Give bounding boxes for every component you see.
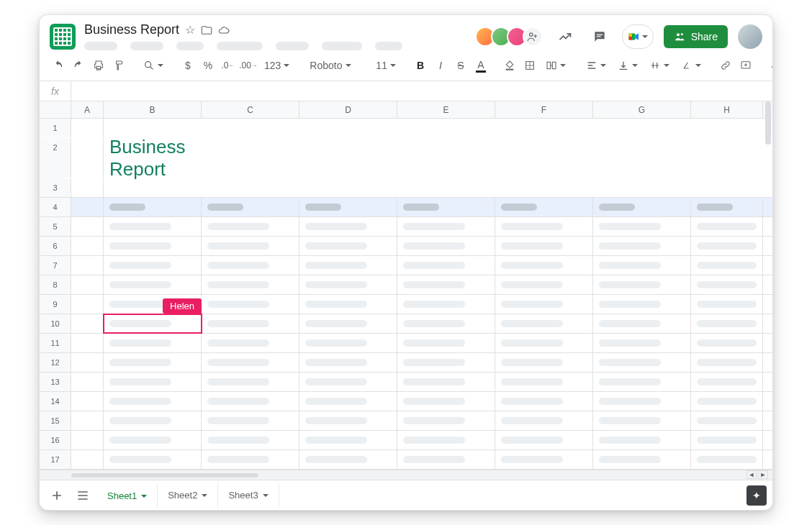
column-header[interactable]: F bbox=[495, 101, 593, 118]
text-color-button[interactable]: A bbox=[472, 56, 490, 75]
cell[interactable] bbox=[104, 198, 202, 216]
scroll-right-button[interactable]: ► bbox=[758, 470, 768, 479]
cell[interactable] bbox=[495, 217, 593, 236]
cell[interactable] bbox=[691, 198, 763, 216]
cell[interactable] bbox=[71, 411, 104, 430]
cell[interactable] bbox=[593, 119, 691, 137]
cell[interactable] bbox=[71, 334, 104, 352]
italic-button[interactable]: I bbox=[432, 56, 449, 75]
cell[interactable] bbox=[495, 411, 593, 430]
cell[interactable] bbox=[104, 119, 202, 137]
cell[interactable] bbox=[397, 275, 495, 294]
cell[interactable] bbox=[397, 431, 495, 449]
add-sheet-button[interactable] bbox=[45, 484, 68, 507]
cell[interactable] bbox=[397, 353, 495, 372]
cell[interactable] bbox=[691, 237, 763, 255]
cell[interactable] bbox=[495, 373, 593, 391]
row-header[interactable]: 7 bbox=[40, 256, 71, 275]
document-title[interactable]: Business Report bbox=[84, 22, 179, 37]
cell[interactable]: Helen bbox=[104, 314, 202, 333]
sheet-tab[interactable]: Sheet1 bbox=[97, 483, 158, 508]
cell[interactable] bbox=[397, 237, 495, 255]
cell[interactable] bbox=[104, 237, 202, 255]
row-header[interactable]: 12 bbox=[40, 353, 71, 372]
cell[interactable] bbox=[691, 411, 763, 430]
cell[interactable] bbox=[593, 295, 691, 314]
cell[interactable] bbox=[202, 119, 299, 137]
cell[interactable] bbox=[691, 138, 763, 178]
cell[interactable] bbox=[202, 373, 299, 391]
chevron-down-icon[interactable] bbox=[202, 494, 207, 497]
borders-button[interactable] bbox=[521, 56, 538, 75]
cell[interactable] bbox=[593, 178, 691, 197]
font-size-dropdown[interactable]: 11 bbox=[371, 56, 400, 75]
cell[interactable] bbox=[202, 334, 299, 352]
cell[interactable] bbox=[593, 138, 691, 178]
font-dropdown[interactable]: Roboto bbox=[305, 56, 360, 75]
cell[interactable] bbox=[71, 450, 104, 469]
cell[interactable] bbox=[202, 295, 299, 314]
cell[interactable] bbox=[202, 256, 299, 275]
row-header[interactable]: 3 bbox=[40, 178, 71, 197]
cell[interactable] bbox=[202, 411, 299, 430]
menu-item[interactable] bbox=[322, 42, 362, 50]
cell[interactable] bbox=[71, 198, 104, 216]
vertical-scrollbar[interactable] bbox=[765, 101, 771, 145]
cell[interactable] bbox=[593, 353, 691, 372]
zoom-dropdown[interactable] bbox=[139, 56, 168, 75]
cell[interactable] bbox=[397, 178, 495, 197]
cell[interactable] bbox=[691, 392, 763, 411]
cloud-status-icon[interactable] bbox=[218, 24, 230, 36]
meet-button[interactable] bbox=[622, 24, 654, 49]
cell[interactable] bbox=[71, 295, 104, 314]
cell[interactable] bbox=[202, 217, 299, 236]
cell[interactable] bbox=[495, 431, 593, 449]
scroll-left-button[interactable]: ◄ bbox=[746, 470, 757, 479]
cell[interactable] bbox=[104, 217, 202, 236]
row-header[interactable]: 10 bbox=[40, 314, 71, 333]
cell[interactable] bbox=[104, 431, 202, 449]
increase-decimal-button[interactable]: .00→ bbox=[240, 56, 257, 75]
cell[interactable] bbox=[691, 450, 763, 469]
sheets-logo-icon[interactable] bbox=[50, 24, 76, 50]
cell[interactable] bbox=[71, 314, 104, 333]
cell[interactable] bbox=[397, 450, 495, 469]
cell[interactable] bbox=[71, 237, 104, 255]
cell[interactable] bbox=[691, 314, 763, 333]
cell[interactable] bbox=[299, 411, 397, 430]
cell[interactable] bbox=[71, 353, 104, 372]
menu-bar[interactable] bbox=[84, 42, 466, 50]
strikethrough-button[interactable]: S bbox=[452, 56, 469, 75]
cell[interactable] bbox=[71, 119, 104, 137]
cell[interactable]: Business Report bbox=[104, 138, 202, 178]
cell[interactable] bbox=[495, 392, 593, 411]
comments-icon[interactable] bbox=[587, 24, 612, 49]
cell[interactable] bbox=[202, 314, 299, 333]
cell[interactable] bbox=[202, 178, 299, 197]
row-header[interactable]: 11 bbox=[40, 334, 71, 352]
print-button[interactable] bbox=[90, 56, 107, 75]
cell[interactable] bbox=[691, 373, 763, 391]
cell[interactable] bbox=[71, 275, 104, 294]
horizontal-scrollbar[interactable]: ◄► bbox=[40, 470, 772, 480]
move-icon[interactable] bbox=[201, 24, 212, 36]
cell[interactable] bbox=[691, 217, 763, 236]
cell[interactable] bbox=[397, 392, 495, 411]
cell[interactable] bbox=[299, 334, 397, 352]
percent-button[interactable]: % bbox=[199, 56, 217, 75]
cell[interactable] bbox=[71, 431, 104, 449]
cell[interactable] bbox=[71, 138, 104, 178]
cell[interactable] bbox=[104, 450, 202, 469]
row-header[interactable]: 16 bbox=[40, 431, 71, 449]
cell[interactable] bbox=[691, 275, 763, 294]
cell[interactable] bbox=[593, 256, 691, 275]
cell[interactable] bbox=[104, 411, 202, 430]
column-header[interactable]: A bbox=[71, 101, 104, 118]
cell[interactable] bbox=[299, 119, 397, 137]
row-header[interactable]: 9 bbox=[40, 295, 71, 314]
cell[interactable] bbox=[495, 314, 593, 333]
cell[interactable] bbox=[299, 275, 397, 294]
column-header[interactable]: E bbox=[397, 101, 495, 118]
vertical-align-dropdown[interactable] bbox=[613, 56, 642, 75]
row-header[interactable]: 6 bbox=[40, 237, 71, 255]
